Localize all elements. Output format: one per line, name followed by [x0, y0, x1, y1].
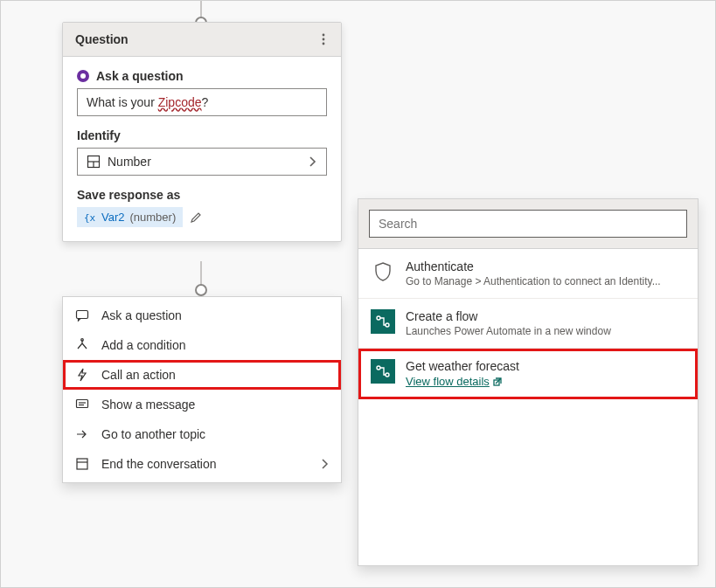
menu-label: Ask a question [101, 308, 182, 322]
ask-question-header: Ask a question [77, 69, 327, 83]
menu-label: Add a condition [101, 338, 186, 352]
menu-label: End the conversation [101, 457, 217, 471]
action-picker-panel: Authenticate Go to Manage > Authenticati… [358, 198, 699, 566]
flow-icon [371, 359, 395, 384]
svg-point-0 [323, 34, 325, 37]
chevron-right-icon [309, 156, 317, 168]
authoring-canvas: Question Ask a question What is your Zip… [0, 0, 716, 588]
menu-label: Call an action [101, 368, 176, 382]
menu-show-message[interactable]: Show a message [63, 390, 341, 419]
bolt-icon [75, 368, 91, 382]
chevron-right-icon [321, 459, 329, 469]
message-icon [75, 398, 91, 412]
action-subtitle: Launches Power Automate in a new window [406, 325, 611, 337]
action-get-weather-forecast[interactable]: Get weather forecast View flow details [358, 349, 698, 399]
variable-icon: {x} [84, 211, 96, 224]
menu-call-action[interactable]: Call an action [63, 360, 341, 390]
question-card-title: Question [75, 32, 129, 46]
action-title: Create a flow [406, 309, 611, 323]
menu-ask-question[interactable]: Ask a question [63, 301, 341, 330]
question-text-suffix: ? [202, 95, 209, 109]
shield-icon [371, 259, 395, 284]
svg-rect-9 [77, 400, 88, 408]
question-text-redword: Zipcode [158, 95, 202, 109]
svg-point-17 [386, 373, 389, 377]
entity-icon [87, 155, 101, 169]
identify-value: Number [108, 155, 151, 169]
menu-go-to-topic[interactable]: Go to another topic [63, 419, 341, 449]
svg-rect-12 [77, 459, 87, 469]
variable-type: (number) [130, 211, 177, 224]
search-bar [358, 199, 698, 249]
menu-end-conversation[interactable]: End the conversation [63, 449, 341, 479]
menu-add-condition[interactable]: Add a condition [63, 330, 341, 360]
svg-point-16 [377, 366, 380, 370]
svg-rect-7 [77, 311, 88, 319]
question-card-header: Question [63, 23, 341, 57]
question-node-card[interactable]: Question Ask a question What is your Zip… [62, 22, 342, 242]
flow-icon [371, 309, 395, 334]
end-icon [75, 457, 91, 471]
variable-chip[interactable]: {x} Var2 (number) [77, 207, 183, 227]
save-response-label: Save response as [77, 188, 327, 202]
ask-question-label: Ask a question [96, 69, 184, 83]
chat-icon [75, 308, 91, 322]
add-node-menu: Ask a question Add a condition Call an a… [62, 296, 342, 483]
identify-selector[interactable]: Number [77, 148, 327, 176]
question-card-body: Ask a question What is your Zipcode? Ide… [63, 57, 341, 241]
action-create-flow[interactable]: Create a flow Launches Power Automate in… [358, 299, 698, 349]
redirect-icon [75, 427, 91, 441]
variable-name: Var2 [101, 211, 125, 224]
menu-label: Go to another topic [101, 427, 205, 441]
svg-point-15 [386, 323, 389, 327]
question-text-prefix: What is your [87, 95, 158, 109]
svg-text:{x}: {x} [84, 212, 96, 224]
identify-label: Identify [77, 128, 327, 142]
menu-label: Show a message [101, 398, 195, 412]
link-text: View flow details [406, 375, 490, 388]
more-options-button[interactable] [318, 31, 329, 47]
branch-icon [75, 338, 91, 352]
svg-point-14 [377, 316, 380, 320]
question-text-input[interactable]: What is your Zipcode? [77, 88, 327, 116]
action-subtitle: Go to Manage > Authentication to connect… [406, 275, 661, 287]
action-authenticate[interactable]: Authenticate Go to Manage > Authenticati… [358, 249, 698, 299]
add-node-button[interactable] [195, 284, 207, 296]
external-link-icon [493, 377, 503, 386]
edit-variable-button[interactable] [190, 211, 202, 224]
pencil-icon [190, 211, 202, 224]
panel-empty-space [358, 399, 698, 565]
kebab-icon [322, 33, 325, 45]
search-input[interactable] [369, 210, 687, 238]
action-title: Get weather forecast [406, 359, 519, 373]
action-title: Authenticate [406, 259, 661, 273]
question-type-icon [77, 70, 89, 82]
view-flow-details-link[interactable]: View flow details [406, 375, 519, 388]
svg-point-1 [323, 38, 325, 41]
svg-point-2 [323, 43, 325, 45]
